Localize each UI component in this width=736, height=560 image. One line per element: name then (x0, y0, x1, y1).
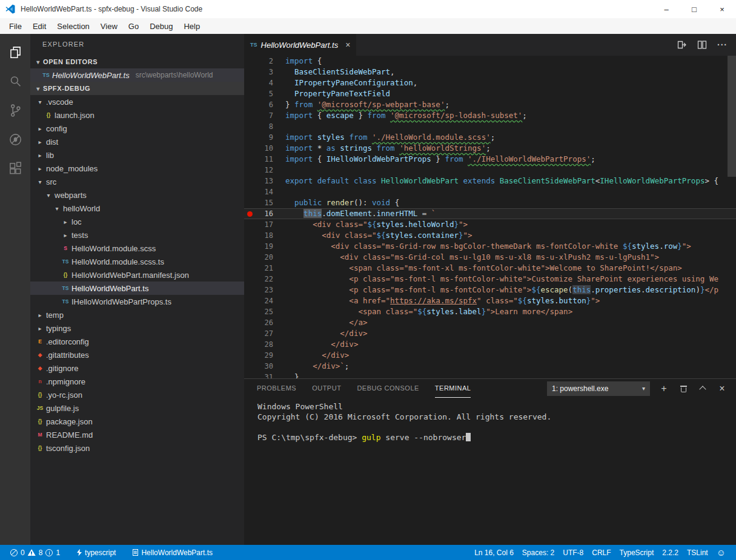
cursor-position[interactable]: Ln 16, Col 6 (470, 548, 518, 557)
glyph-margin[interactable] (244, 350, 256, 361)
terminal-picker-dropdown[interactable]: 1: powershell.exe ▾ (547, 381, 650, 396)
line-number[interactable]: 15 (256, 197, 273, 208)
menu-debug[interactable]: Debug (144, 18, 178, 34)
line-number[interactable]: 26 (256, 317, 273, 328)
indentation[interactable]: Spaces: 2 (518, 548, 559, 557)
explorer-tree-item[interactable]: JSgulpfile.js (30, 401, 244, 415)
open-changes-icon[interactable] (676, 39, 687, 50)
panel-tab-problems[interactable]: PROBLEMS (257, 379, 296, 398)
line-number[interactable]: 12 (256, 165, 273, 176)
explorer-tree-item[interactable]: ▸config (30, 122, 244, 135)
menu-view[interactable]: View (95, 18, 123, 34)
code-line[interactable]: 14 (244, 186, 736, 197)
code-line[interactable]: 17 <div class="${styles.helloWorld}"> (244, 219, 736, 230)
glyph-margin[interactable] (244, 361, 256, 372)
explorer-tree-item[interactable]: TSHelloWorldWebPart.ts (30, 282, 244, 295)
glyph-margin[interactable] (244, 88, 256, 99)
new-terminal-button[interactable]: + (658, 383, 669, 394)
feedback-smiley[interactable]: ☺ (712, 547, 730, 558)
code-line[interactable]: 23 <p class="ms-font-l ms-fontColor-whit… (244, 285, 736, 295)
glyph-margin[interactable] (244, 372, 256, 378)
glyph-margin[interactable] (244, 121, 256, 132)
line-number[interactable]: 17 (256, 219, 273, 230)
code-line[interactable]: 4 IPropertyPaneConfiguration, (244, 77, 736, 88)
glyph-margin[interactable] (244, 230, 256, 241)
glyph-margin[interactable] (244, 67, 256, 77)
explorer-tree-item[interactable]: {}package.json (30, 415, 244, 428)
explorer-tree-item[interactable]: TSIHelloWorldWebPartProps.ts (30, 295, 244, 308)
split-editor-icon[interactable] (697, 39, 708, 50)
minimize-button[interactable]: – (652, 0, 680, 18)
glyph-margin[interactable] (244, 317, 256, 328)
glyph-margin[interactable] (244, 186, 256, 197)
glyph-margin[interactable] (244, 143, 256, 154)
menu-selection[interactable]: Selection (51, 18, 94, 34)
close-button[interactable]: × (708, 0, 736, 18)
maximize-button[interactable]: □ (680, 0, 708, 18)
explorer-tree-item[interactable]: SHelloWorld.module.scss (30, 242, 244, 255)
tab-helloworldwebpart-ts[interactable]: TS HelloWorldWebPart.ts × (244, 34, 356, 56)
code-line[interactable]: 16 this.domElement.innerHTML = ` (244, 208, 736, 219)
glyph-margin[interactable] (244, 197, 256, 208)
menu-go[interactable]: Go (123, 18, 144, 34)
glyph-margin[interactable] (244, 154, 256, 165)
code-line[interactable]: 9import styles from './HelloWorld.module… (244, 132, 736, 143)
code-line[interactable]: 24 <a href="https://aka.ms/spfx" class="… (244, 295, 736, 306)
line-number[interactable]: 21 (256, 263, 273, 274)
code-line[interactable]: 21 <span class="ms-font-xl ms-fontColor-… (244, 263, 736, 274)
line-number[interactable]: 22 (256, 274, 273, 285)
explorer-tree-item[interactable]: E.editorconfig (30, 335, 244, 348)
glyph-margin[interactable] (244, 77, 256, 88)
explorer-tree-item[interactable]: {}.yo-rc.json (30, 388, 244, 401)
code-editor[interactable]: 2import {3 BaseClientSideWebPart,4 IProp… (244, 56, 736, 378)
code-line[interactable]: 20 <div class="ms-Grid-col ms-u-lg10 ms-… (244, 252, 736, 263)
line-number[interactable]: 14 (256, 186, 273, 197)
code-line[interactable]: 8 (244, 121, 736, 132)
activity-source-control[interactable] (0, 96, 30, 125)
code-line[interactable]: 15 public render(): void { (244, 197, 736, 208)
line-number[interactable]: 20 (256, 252, 273, 263)
menu-help[interactable]: Help (178, 18, 205, 34)
explorer-tree-item[interactable]: ▸temp (30, 308, 244, 321)
workspace-section-header[interactable]: ▾ SPFX-DEBUG (30, 82, 244, 95)
code-line[interactable]: 29 </div> (244, 350, 736, 361)
glyph-margin[interactable] (244, 110, 256, 121)
code-line[interactable]: 6} from '@microsoft/sp-webpart-base'; (244, 99, 736, 110)
code-line[interactable]: 27 </div> (244, 328, 736, 339)
code-line[interactable]: 12 (244, 165, 736, 176)
line-number[interactable]: 25 (256, 306, 273, 317)
open-editors-header[interactable]: ▾ OPEN EDITORS (30, 55, 244, 68)
encoding[interactable]: UTF-8 (559, 548, 588, 557)
explorer-tree-item[interactable]: ◆.gitignore (30, 361, 244, 375)
explorer-tree-item[interactable]: ▸loc (30, 215, 244, 228)
code-line[interactable]: 28 </div> (244, 339, 736, 350)
code-line[interactable]: 18 <div class="${styles.container}"> (244, 230, 736, 241)
glyph-margin[interactable] (244, 339, 256, 350)
explorer-tree-item[interactable]: ▸dist (30, 135, 244, 148)
explorer-tree-item[interactable]: ▸tests (30, 228, 244, 242)
code-line[interactable]: 3 BaseClientSideWebPart, (244, 67, 736, 77)
explorer-tree-item[interactable]: ▾webparts (30, 188, 244, 202)
line-number[interactable]: 30 (256, 361, 273, 372)
line-number[interactable]: 24 (256, 295, 273, 306)
breakpoint-icon[interactable] (244, 208, 256, 219)
explorer-tree-item[interactable]: {}launch.json (30, 108, 244, 122)
line-number[interactable]: 4 (256, 77, 273, 88)
panel-tab-debug-console[interactable]: DEBUG CONSOLE (357, 379, 419, 398)
line-number[interactable]: 23 (256, 285, 273, 295)
code-line[interactable]: 10import * as strings from 'helloWorldSt… (244, 143, 736, 154)
open-editor-item[interactable]: TS HelloWorldWebPart.ts src\webparts\hel… (30, 68, 244, 82)
glyph-margin[interactable] (244, 274, 256, 285)
terminal-output[interactable]: Windows PowerShellCopyright (C) 2016 Mic… (244, 398, 736, 545)
glyph-margin[interactable] (244, 285, 256, 295)
explorer-tree-item[interactable]: ▸typings (30, 321, 244, 335)
explorer-tree-item[interactable]: TSHelloWorld.module.scss.ts (30, 255, 244, 268)
line-number[interactable]: 11 (256, 154, 273, 165)
menu-edit[interactable]: Edit (27, 18, 51, 34)
glyph-margin[interactable] (244, 165, 256, 176)
activity-extensions[interactable] (0, 154, 30, 183)
problems-indicator[interactable]: 0 8 1 (6, 548, 64, 557)
explorer-tree-item[interactable]: ▾helloWorld (30, 202, 244, 215)
code-line[interactable]: 11import { IHelloWorldWebPartProps } fro… (244, 154, 736, 165)
explorer-tree-item[interactable]: ▸node_modules (30, 162, 244, 175)
